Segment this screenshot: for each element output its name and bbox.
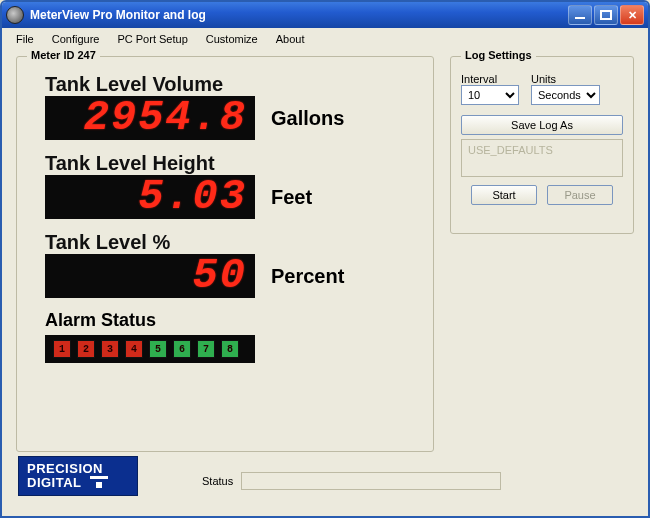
app-icon xyxy=(6,6,24,24)
meter-legend: Meter ID 247 xyxy=(27,49,100,61)
led-digits-percent: 50 xyxy=(193,255,247,297)
alarm-led-2: 2 xyxy=(77,340,95,358)
led-digits-height: 5.03 xyxy=(138,176,247,218)
status-row: Status xyxy=(202,472,501,490)
led-display-volume: 2954.8 xyxy=(45,96,255,140)
alarm-status-label: Alarm Status xyxy=(45,310,415,331)
interval-select[interactable]: 10 xyxy=(461,85,519,105)
window-title: MeterView Pro Monitor and log xyxy=(30,8,568,22)
log-buttons: Start Pause xyxy=(461,185,623,205)
log-settings-groupbox: Log Settings Interval 10 Units Seconds S… xyxy=(450,56,634,234)
start-button[interactable]: Start xyxy=(471,185,537,205)
app-window: MeterView Pro Monitor and log File Confi… xyxy=(0,0,650,518)
client-area: Meter ID 247 Tank Level Volume 2954.8 Ga… xyxy=(2,50,648,516)
unit-height: Feet xyxy=(271,186,312,209)
interval-label: Interval xyxy=(461,73,519,85)
unit-volume: Gallons xyxy=(271,107,344,130)
alarm-led-7: 7 xyxy=(197,340,215,358)
menu-pc-port-setup[interactable]: PC Port Setup xyxy=(109,31,195,47)
close-button[interactable] xyxy=(620,5,644,25)
units-label: Units xyxy=(531,73,600,85)
menu-file[interactable]: File xyxy=(8,31,42,47)
reading-row-height: 5.03 Feet xyxy=(45,175,415,219)
reading-row-volume: 2954.8 Gallons xyxy=(45,96,415,140)
led-display-percent: 50 xyxy=(45,254,255,298)
brand-logo: PRECISION DIGITAL xyxy=(18,456,138,496)
alarm-led-1: 1 xyxy=(53,340,71,358)
reading-label-percent: Tank Level % xyxy=(45,231,415,254)
led-digits-volume: 2954.8 xyxy=(84,97,247,139)
led-display-height: 5.03 xyxy=(45,175,255,219)
alarm-led-3: 3 xyxy=(101,340,119,358)
alarm-strip: 1 2 3 4 5 6 7 8 xyxy=(45,335,255,363)
alarm-led-4: 4 xyxy=(125,340,143,358)
window-controls xyxy=(568,5,644,25)
reading-label-volume: Tank Level Volume xyxy=(45,73,415,96)
units-select[interactable]: Seconds xyxy=(531,85,600,105)
minimize-button[interactable] xyxy=(568,5,592,25)
maximize-button[interactable] xyxy=(594,5,618,25)
titlebar: MeterView Pro Monitor and log xyxy=(2,2,648,28)
status-field xyxy=(241,472,501,490)
menu-configure[interactable]: Configure xyxy=(44,31,108,47)
reading-row-percent: 50 Percent xyxy=(45,254,415,298)
alarm-led-6: 6 xyxy=(173,340,191,358)
log-file-display: USE_DEFAULTS xyxy=(461,139,623,177)
brand-line2: DIGITAL xyxy=(27,476,82,490)
brand-line1: PRECISION xyxy=(27,462,129,476)
menubar: File Configure PC Port Setup Customize A… xyxy=(2,28,648,51)
pause-button[interactable]: Pause xyxy=(547,185,613,205)
log-interval-row: Interval 10 Units Seconds xyxy=(461,73,623,105)
menu-customize[interactable]: Customize xyxy=(198,31,266,47)
save-log-as-button[interactable]: Save Log As xyxy=(461,115,623,135)
reading-label-height: Tank Level Height xyxy=(45,152,415,175)
brand-symbol-icon xyxy=(90,476,108,489)
log-legend: Log Settings xyxy=(461,49,536,61)
menu-about[interactable]: About xyxy=(268,31,313,47)
alarm-led-8: 8 xyxy=(221,340,239,358)
alarm-led-5: 5 xyxy=(149,340,167,358)
status-label: Status xyxy=(202,475,233,487)
unit-percent: Percent xyxy=(271,265,344,288)
meter-groupbox: Meter ID 247 Tank Level Volume 2954.8 Ga… xyxy=(16,56,434,452)
